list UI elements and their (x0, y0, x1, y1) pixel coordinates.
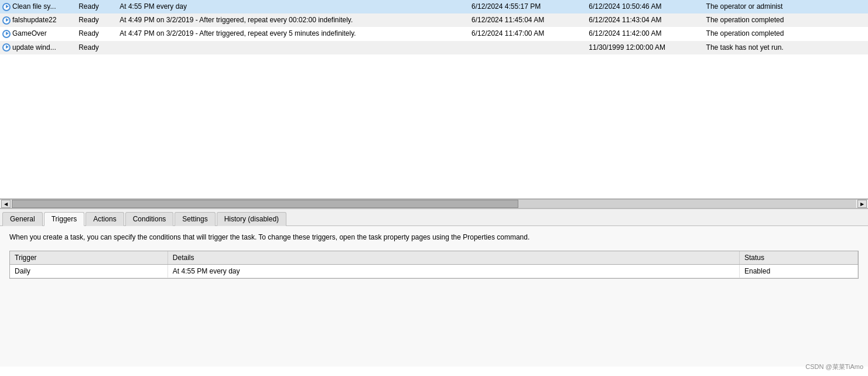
tab-history[interactable]: History (disabled) (217, 212, 286, 226)
task-list-area: Clean file sy...ReadyAt 4:55 PM every da… (0, 0, 868, 199)
task-last-run: 11/30/1999 12:00:00 AM (586, 41, 703, 54)
task-icon (2, 43, 11, 52)
triggers-table-container: Trigger Details Status DailyAt 4:55 PM e… (9, 251, 859, 279)
task-last-result: The task has not yet run. (704, 41, 868, 54)
trigger-status: Enabled (740, 265, 858, 278)
scroll-right-arrow[interactable]: ▶ (857, 200, 867, 208)
trigger-details: At 4:55 PM every day (168, 265, 739, 278)
triggers-table: Trigger Details Status DailyAt 4:55 PM e… (10, 251, 858, 278)
task-trigger: At 4:47 PM on 3/2/2019 - After triggered… (117, 27, 469, 40)
tab-triggers[interactable]: Triggers (44, 212, 85, 226)
bottom-panel: GeneralTriggersActionsConditionsSettings… (0, 208, 868, 367)
task-icon (2, 3, 11, 11)
task-status: Ready (76, 0, 117, 13)
task-row[interactable]: falshupdate22ReadyAt 4:49 PM on 3/2/2019… (0, 13, 868, 27)
task-trigger (117, 41, 469, 54)
task-row[interactable]: update wind...Ready11/30/1999 12:00:00 A… (0, 41, 868, 54)
tab-general[interactable]: General (2, 212, 43, 226)
col-header-status: Status (740, 251, 858, 265)
col-header-details: Details (168, 251, 739, 265)
task-row[interactable]: Clean file sy...ReadyAt 4:55 PM every da… (0, 0, 868, 13)
trigger-row[interactable]: DailyAt 4:55 PM every dayEnabled (10, 265, 858, 278)
task-row[interactable]: GameOverReadyAt 4:47 PM on 3/2/2019 - Af… (0, 27, 868, 40)
task-last-result: The operation completed (704, 13, 868, 27)
task-last-result: The operator or administ (704, 0, 868, 13)
task-status: Ready (76, 41, 117, 54)
tabs-bar: GeneralTriggersActionsConditionsSettings… (0, 209, 868, 226)
col-header-trigger: Trigger (10, 251, 168, 265)
scroll-thumb[interactable] (12, 200, 518, 208)
tab-conditions[interactable]: Conditions (125, 212, 174, 226)
task-trigger: At 4:49 PM on 3/2/2019 - After triggered… (117, 13, 469, 27)
task-last-run: 6/12/2024 11:42:00 AM (586, 27, 703, 40)
task-last-run: 6/12/2024 10:50:46 AM (586, 0, 703, 13)
task-name: falshupdate22 (0, 13, 76, 27)
task-next-run: 6/12/2024 4:55:17 PM (469, 0, 586, 13)
tab-content: When you create a task, you can specify … (0, 226, 868, 367)
task-next-run (469, 41, 586, 54)
scroll-left-arrow[interactable]: ◀ (1, 200, 11, 208)
task-last-run: 6/12/2024 11:43:04 AM (586, 13, 703, 27)
tab-settings[interactable]: Settings (175, 212, 215, 226)
task-trigger: At 4:55 PM every day (117, 0, 469, 13)
task-name: update wind... (0, 41, 76, 54)
tab-actions[interactable]: Actions (86, 212, 124, 226)
task-last-result: The operation completed (704, 27, 868, 40)
task-table: Clean file sy...ReadyAt 4:55 PM every da… (0, 0, 868, 54)
task-icon (2, 16, 11, 25)
scroll-track[interactable] (12, 200, 856, 208)
task-status: Ready (76, 27, 117, 40)
task-name: Clean file sy... (0, 0, 76, 13)
trigger-type: Daily (10, 265, 168, 278)
triggers-table-header-row: Trigger Details Status (10, 251, 858, 265)
horizontal-scrollbar[interactable]: ◀ ▶ (0, 199, 868, 208)
task-next-run: 6/12/2024 11:47:00 AM (469, 27, 586, 40)
task-status: Ready (76, 13, 117, 27)
triggers-description: When you create a task, you can specify … (9, 233, 859, 241)
task-icon (2, 30, 11, 38)
task-next-run: 6/12/2024 11:45:04 AM (469, 13, 586, 27)
task-name: GameOver (0, 27, 76, 40)
watermark: CSDN @菜菜TiAmo (805, 363, 863, 367)
